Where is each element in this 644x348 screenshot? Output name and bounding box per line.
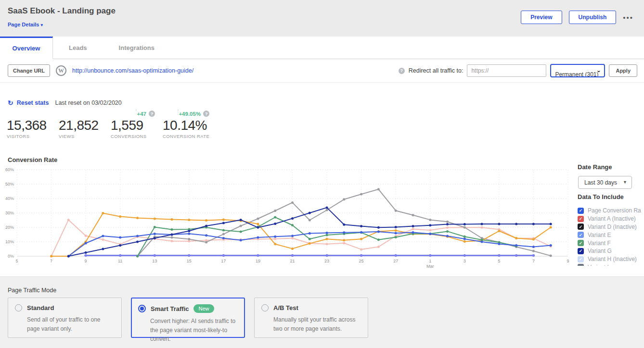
- help-icon[interactable]: ?: [203, 111, 209, 117]
- legend-item-page-conversion-rate[interactable]: ✓Page Conversion Rate: [578, 207, 641, 215]
- mode-title: A/B Test: [273, 304, 298, 311]
- chart-side-panel: Date Range Last 30 days ▼ Data To Includ…: [578, 163, 641, 266]
- chart-title: Conversion Rate: [8, 156, 57, 163]
- tab-integrations[interactable]: Integrations: [103, 37, 170, 59]
- svg-text:60%: 60%: [5, 167, 14, 172]
- page-traffic-mode-label: Page Traffic Mode: [8, 287, 56, 294]
- legend-checkbox[interactable]: ✓: [578, 224, 584, 230]
- legend-item-variant-e[interactable]: ✓Variant E: [578, 231, 641, 239]
- help-icon[interactable]: ?: [149, 111, 155, 117]
- date-range-select[interactable]: Last 30 days ▼: [578, 176, 632, 189]
- svg-text:19: 19: [256, 259, 260, 263]
- legend-label: Variant H (Inactive): [588, 256, 637, 262]
- chart-canvas: 57911131517192123252713579Mar0%10%20%30%…: [0, 163, 575, 272]
- unpublish-button[interactable]: Unpublish: [569, 11, 617, 24]
- page-title: SaaS Ebook - Landing page: [8, 6, 116, 16]
- legend-checkbox[interactable]: ✓: [578, 256, 584, 262]
- stat-conversions: ↑+47?1,559CONVERSIONS: [111, 110, 155, 139]
- svg-text:40%: 40%: [5, 196, 14, 201]
- svg-text:21: 21: [290, 259, 295, 263]
- chevron-down-icon: ⌄: [596, 67, 601, 74]
- mode-description: Manually split your traffic across two o…: [273, 315, 361, 333]
- svg-text:3: 3: [464, 259, 466, 263]
- traffic-mode-card-smart-traffic[interactable]: Smart TrafficNewConvert higher: AI sends…: [131, 298, 245, 338]
- page-details-dropdown[interactable]: Page Details ▾: [8, 22, 43, 27]
- more-options-icon[interactable]: •••: [623, 11, 633, 24]
- stat-label: VISITORS: [7, 134, 51, 139]
- legend-checkbox[interactable]: ✓: [578, 240, 584, 246]
- radio-button[interactable]: [261, 304, 269, 311]
- svg-text:13: 13: [152, 259, 157, 263]
- legend-item-variant-g[interactable]: ✓Variant G: [578, 247, 641, 255]
- page-header: SaaS Ebook - Landing page Page Details ▾…: [0, 0, 644, 37]
- svg-text:25: 25: [359, 259, 364, 263]
- svg-text:1: 1: [429, 259, 431, 263]
- legend-label: Variant F: [588, 240, 611, 247]
- traffic-mode-cards: StandardSend all of your traffic to one …: [8, 298, 368, 338]
- date-range-label: Date Range: [578, 163, 641, 171]
- legend-checkbox[interactable]: ✓: [578, 264, 584, 266]
- svg-text:7: 7: [50, 259, 52, 263]
- svg-text:10%: 10%: [5, 239, 14, 244]
- chevron-down-icon: ▾: [40, 23, 43, 27]
- legend-checkbox[interactable]: ✓: [578, 248, 584, 254]
- header-actions: Preview Unpublish •••: [521, 11, 633, 24]
- svg-text:50%: 50%: [5, 182, 14, 186]
- help-icon[interactable]: ?: [399, 68, 405, 74]
- redirect-type-select[interactable]: Permanent (301) ⌄: [550, 64, 605, 77]
- svg-text:30%: 30%: [5, 211, 14, 215]
- page-url-link[interactable]: http://unbounce.com/saas-optimization-gu…: [72, 67, 193, 74]
- svg-text:15: 15: [187, 259, 192, 263]
- svg-text:5: 5: [498, 259, 500, 263]
- legend-item-variant-f[interactable]: ✓Variant F: [578, 239, 641, 247]
- legend-label: Variant D (Inactive): [588, 224, 637, 230]
- legend-checkbox[interactable]: ✓: [578, 232, 584, 238]
- radio-button[interactable]: [15, 304, 22, 311]
- wordpress-icon: W: [56, 65, 66, 76]
- traffic-mode-card-a-b-test[interactable]: A/B TestManually split your traffic acro…: [254, 298, 368, 338]
- stat-label: VIEWS: [59, 134, 103, 139]
- legend-checkbox[interactable]: ✓: [578, 208, 584, 214]
- reset-stats-link[interactable]: Reset stats: [17, 99, 49, 106]
- chevron-down-icon: ▼: [623, 180, 627, 185]
- radio-button[interactable]: [138, 305, 146, 312]
- legend-item-variant-a-inactive-[interactable]: ✓Variant A (Inactive): [578, 215, 641, 223]
- stat-value: 10.14%: [163, 118, 209, 133]
- traffic-mode-card-standard[interactable]: StandardSend all of your traffic to one …: [8, 298, 122, 338]
- apply-button[interactable]: Apply: [609, 64, 637, 77]
- overview-panel: ↻ Reset stats Last reset on 03/02/2020 1…: [0, 83, 644, 276]
- change-url-button[interactable]: Change URL: [8, 64, 50, 77]
- tab-overview[interactable]: Overview: [0, 37, 53, 59]
- mode-title: Standard: [27, 304, 54, 311]
- up-arrow-icon: ↑: [135, 109, 137, 112]
- svg-text:0%: 0%: [8, 254, 14, 259]
- tab-leads[interactable]: Leads: [53, 37, 103, 59]
- redirect-url-input[interactable]: [467, 64, 546, 77]
- legend-item-variant-d-inactive-[interactable]: ✓Variant D (Inactive): [578, 223, 641, 231]
- svg-text:20%: 20%: [5, 225, 14, 230]
- stat-value: 15,368: [7, 118, 51, 133]
- last-reset-text: Last reset on 03/02/2020: [55, 99, 121, 106]
- stat-value: 1,559: [111, 118, 155, 133]
- legend-label: Variant E: [588, 232, 611, 238]
- stat-conversion-rate: ↑+49.05%?10.14%CONVERSION RATE: [163, 110, 209, 139]
- stats-row: 15,368VISITORS21,852VIEWS↑+47?1,559CONVE…: [7, 110, 217, 139]
- svg-text:9: 9: [567, 259, 569, 263]
- svg-text:23: 23: [324, 259, 329, 263]
- stat-label: CONVERSION RATE: [163, 134, 209, 139]
- url-row: Change URL W http://unbounce.com/saas-op…: [0, 59, 644, 83]
- reset-icon: ↻: [8, 99, 13, 107]
- legend-checkbox[interactable]: ✓: [578, 216, 584, 222]
- conversion-rate-chart: 57911131517192123252713579Mar0%10%20%30%…: [0, 163, 575, 272]
- preview-button[interactable]: Preview: [521, 11, 562, 24]
- svg-text:11: 11: [118, 259, 122, 263]
- mode-title: Smart Traffic: [151, 305, 189, 312]
- mode-description: Send all of your traffic to one page var…: [27, 315, 115, 333]
- legend-item-variant-h-inactive-[interactable]: ✓Variant H (Inactive): [578, 255, 641, 263]
- legend-list: ✓Page Conversion Rate✓Variant A (Inactiv…: [578, 207, 641, 266]
- tab-bar: OverviewLeadsIntegrations: [0, 37, 644, 59]
- redirect-label: Redirect all traffic to:: [409, 67, 464, 74]
- data-to-include-label: Data To Include: [578, 193, 641, 200]
- mode-description: Convert higher: AI sends traffic to the …: [150, 317, 238, 344]
- legend-item-variant-i[interactable]: ✓Variant I: [578, 263, 641, 266]
